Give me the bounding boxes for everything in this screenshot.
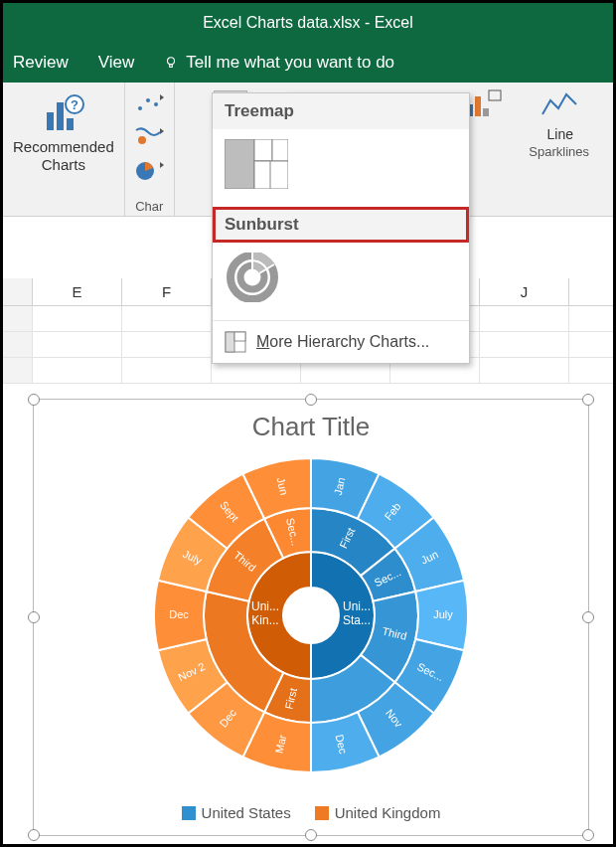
resize-handle[interactable] (28, 394, 40, 406)
svg-text:Sta...: Sta... (343, 613, 371, 627)
svg-rect-15 (489, 90, 501, 100)
charts-group: Char (125, 83, 175, 216)
more-hierarchy-label: More Hierarchy Charts... (256, 333, 429, 351)
map-chart-icon[interactable] (132, 124, 166, 150)
dropdown-heading-treemap: Treemap (213, 93, 469, 129)
svg-text:?: ? (71, 97, 78, 112)
hierarchy-chart-dropdown: Treemap Sunburst More Hierarchy Charts..… (212, 92, 470, 364)
svg-point-0 (168, 58, 175, 65)
resize-handle[interactable] (28, 611, 40, 623)
scatter-chart-icon[interactable] (132, 90, 166, 116)
recommended-charts-icon: ? (43, 92, 84, 134)
tab-view[interactable]: View (98, 53, 135, 73)
col-hdr-k[interactable] (569, 278, 616, 305)
svg-rect-4 (67, 118, 74, 130)
col-hdr-e[interactable]: E (33, 278, 122, 305)
sparkline-line-button[interactable]: Line (531, 88, 590, 142)
tell-me[interactable]: Tell me what you want to do (164, 53, 394, 73)
chart-legend[interactable]: United States United Kingdom (34, 804, 588, 821)
lightbulb-icon (164, 56, 178, 70)
sunburst-chart[interactable]: Uni...Sta...FirstJanFebSec...JunThirdJul… (142, 446, 480, 784)
col-hdr-blank[interactable] (3, 278, 33, 305)
resize-handle[interactable] (305, 394, 317, 406)
svg-point-63 (283, 588, 339, 643)
sparklines-group-label: Sparklines (453, 142, 616, 159)
svg-rect-1 (170, 65, 173, 68)
resize-handle[interactable] (582, 611, 594, 623)
svg-rect-2 (47, 112, 54, 130)
col-hdr-j[interactable]: J (480, 278, 569, 305)
svg-rect-31 (254, 161, 270, 189)
more-charts-icon (225, 331, 246, 353)
svg-rect-13 (475, 96, 481, 116)
svg-point-8 (146, 98, 150, 102)
legend-swatch-us (182, 806, 196, 820)
chart-title[interactable]: Chart Title (34, 400, 588, 446)
svg-rect-27 (225, 139, 254, 189)
tab-review[interactable]: Review (13, 53, 69, 73)
svg-rect-37 (226, 332, 234, 352)
window-titlebar: Excel Charts data.xlsx - Excel (3, 3, 613, 43)
svg-point-7 (138, 106, 142, 110)
svg-text:Dec: Dec (169, 608, 189, 620)
svg-text:July: July (433, 608, 453, 620)
more-hierarchy-charts[interactable]: More Hierarchy Charts... (213, 320, 469, 363)
sparkline-column-button[interactable]: Column (608, 88, 616, 142)
resize-handle[interactable] (582, 394, 594, 406)
treemap-option[interactable] (213, 129, 469, 207)
ribbon-tabs: Review View Tell me what you want to do (3, 43, 613, 83)
charts-group-label: Char (135, 197, 163, 214)
legend-item-uk[interactable]: United Kingdom (315, 804, 441, 821)
svg-point-10 (138, 136, 146, 144)
pie-chart-icon[interactable] (132, 158, 166, 184)
line-sparkline-icon (540, 88, 580, 120)
treemap-icon (225, 139, 288, 189)
svg-rect-14 (483, 108, 489, 116)
svg-point-9 (154, 102, 158, 106)
resize-handle[interactable] (582, 829, 594, 841)
svg-text:Uni...: Uni... (251, 599, 279, 613)
recommended-charts-label: Recommended Charts (13, 138, 114, 174)
svg-rect-29 (272, 139, 288, 161)
dropdown-heading-sunburst: Sunburst (213, 207, 469, 243)
sunburst-icon (225, 253, 288, 302)
embedded-chart[interactable]: Chart Title Uni...Sta...FirstJanFebSec..… (33, 399, 589, 836)
legend-item-us[interactable]: United States (182, 804, 291, 821)
resize-handle[interactable] (28, 829, 40, 841)
svg-text:Uni...: Uni... (343, 599, 371, 613)
resize-handle[interactable] (305, 829, 317, 841)
legend-swatch-uk (315, 806, 329, 820)
recommended-charts-button[interactable]: ? Recommended Charts (3, 83, 125, 216)
col-hdr-f[interactable]: F (122, 278, 212, 305)
svg-rect-28 (254, 139, 272, 161)
window-title: Excel Charts data.xlsx - Excel (203, 14, 413, 32)
svg-text:Kin...: Kin... (251, 613, 278, 627)
svg-rect-3 (57, 102, 64, 130)
svg-rect-38 (234, 332, 245, 341)
sunburst-option[interactable] (213, 243, 469, 320)
